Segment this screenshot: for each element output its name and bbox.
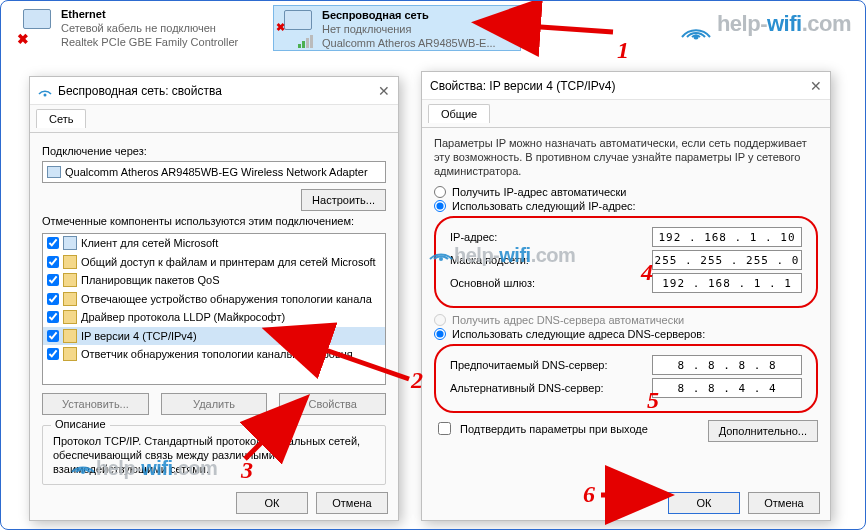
service-icon xyxy=(63,273,77,287)
close-icon[interactable]: ✕ xyxy=(810,79,822,93)
tile-name: Беспроводная сеть xyxy=(322,8,496,22)
gateway-label: Основной шлюз: xyxy=(450,277,652,289)
description-text: Протокол TCP/IP. Стандартный протокол гл… xyxy=(53,434,375,476)
protocol-icon xyxy=(63,347,77,361)
comp-label: Общий доступ к файлам и принтерам для се… xyxy=(81,256,376,268)
ok-button[interactable]: ОК xyxy=(668,492,740,514)
comp-label: Драйвер протокола LLDP (Майкрософт) xyxy=(81,311,285,323)
wifi-small-icon xyxy=(38,84,52,98)
dns2-label: Альтернативный DNS-сервер: xyxy=(450,382,652,394)
network-tile-ethernet[interactable]: ✖ Ethernet Сетевой кабель не подключен R… xyxy=(13,5,261,51)
site-logo: help-wifi.com xyxy=(679,11,851,41)
step-1: 1 xyxy=(617,37,629,64)
radio-manual-ip[interactable]: Использовать следующий IP-адрес: xyxy=(434,200,818,212)
cancel-button[interactable]: Отмена xyxy=(748,492,820,514)
properties-button[interactable]: Свойства xyxy=(279,393,386,415)
step-2: 2 xyxy=(411,367,423,394)
comp-label: Отвечающее устройство обнаружения тополо… xyxy=(81,293,372,305)
comp-check[interactable] xyxy=(47,274,59,286)
ok-button[interactable]: ОК xyxy=(236,492,308,514)
gateway-input[interactable]: 192 . 168 . 1 . 1 xyxy=(652,273,802,293)
connect-via-label: Подключение через: xyxy=(42,145,386,157)
adapter-name: Qualcomm Atheros AR9485WB-EG Wireless Ne… xyxy=(65,166,368,178)
step-4: 4 xyxy=(641,259,653,286)
ip-label: IP-адрес: xyxy=(450,231,652,243)
comp-check[interactable] xyxy=(47,330,59,342)
dns1-label: Предпочитаемый DNS-сервер: xyxy=(450,359,652,371)
configure-button[interactable]: Настроить... xyxy=(301,189,386,211)
service-icon xyxy=(63,255,77,269)
dns1-input[interactable]: 8 . 8 . 8 . 8 xyxy=(652,355,802,375)
cancel-button[interactable]: Отмена xyxy=(316,492,388,514)
comp-label: Планировщик пакетов QoS xyxy=(81,274,220,286)
comp-check[interactable] xyxy=(47,293,59,305)
comp-check[interactable] xyxy=(47,348,59,360)
mask-input[interactable]: 255 . 255 . 255 . 0 xyxy=(652,250,802,270)
svg-point-1 xyxy=(44,93,47,96)
comp-check[interactable] xyxy=(47,237,59,249)
protocol-icon xyxy=(63,310,77,324)
adapter-mini-icon xyxy=(47,166,61,178)
network-tile-wifi[interactable]: ✖ Беспроводная сеть Нет подключения Qual… xyxy=(273,5,521,51)
tile-name: Ethernet xyxy=(61,7,238,21)
remove-button[interactable]: Удалить xyxy=(161,393,268,415)
tile-sub2: Qualcomm Atheros AR9485WB-E... xyxy=(322,36,496,50)
step-3: 3 xyxy=(241,457,253,484)
ipv4-properties-window: Свойства: IP версии 4 (TCP/IPv4) ✕ Общие… xyxy=(421,71,831,521)
info-paragraph: Параметры IP можно назначать автоматичес… xyxy=(434,136,818,178)
components-label: Отмеченные компоненты используются этим … xyxy=(42,215,386,227)
radio-auto-ip[interactable]: Получить IP-адрес автоматически xyxy=(434,186,818,198)
tile-sub1: Нет подключения xyxy=(322,22,496,36)
tab-general[interactable]: Общие xyxy=(428,104,490,123)
comp-label: IP версии 4 (TCP/IPv4) xyxy=(81,330,197,342)
protocol-icon xyxy=(63,292,77,306)
tab-network[interactable]: Сеть xyxy=(36,109,86,128)
adapter-name-box: Qualcomm Atheros AR9485WB-EG Wireless Ne… xyxy=(42,161,386,183)
dns2-input[interactable]: 8 . 8 . 4 . 4 xyxy=(652,378,802,398)
wifi-icon: ✖ xyxy=(278,8,318,48)
comp-label: Клиент для сетей Microsoft xyxy=(81,237,218,249)
comp-check[interactable] xyxy=(47,311,59,323)
tile-sub1: Сетевой кабель не подключен xyxy=(61,21,238,35)
mask-label: Маска подсети: xyxy=(450,254,652,266)
svg-point-0 xyxy=(693,35,698,40)
advanced-button[interactable]: Дополнительно... xyxy=(708,420,818,442)
radio-manual-dns[interactable]: Использовать следующие адреса DNS-сервер… xyxy=(434,328,818,340)
close-icon[interactable]: ✕ xyxy=(378,84,390,98)
validate-label: Подтвердить параметры при выходе xyxy=(460,423,648,435)
description-title: Описание xyxy=(51,418,110,430)
dns-group: Предпочитаемый DNS-сервер:8 . 8 . 8 . 8 … xyxy=(434,344,818,413)
comp-label: Ответчик обнаружения топологии канальног… xyxy=(81,348,353,360)
window-title: Свойства: IP версии 4 (TCP/IPv4) xyxy=(430,79,616,93)
ip-input[interactable]: 192 . 168 . 1 . 10 xyxy=(652,227,802,247)
client-icon xyxy=(63,236,77,250)
ip-group: IP-адрес:192 . 168 . 1 . 10 Маска подсет… xyxy=(434,216,818,308)
validate-checkbox[interactable] xyxy=(438,422,451,435)
install-button[interactable]: Установить... xyxy=(42,393,149,415)
window-title: Беспроводная сеть: свойства xyxy=(58,84,222,98)
step-5: 5 xyxy=(647,387,659,414)
components-list[interactable]: Клиент для сетей Microsoft Общий доступ … xyxy=(42,233,386,385)
comp-check[interactable] xyxy=(47,256,59,268)
tile-sub2: Realtek PCIe GBE Family Controller xyxy=(61,35,238,49)
adapter-properties-window: Беспроводная сеть: свойства ✕ Сеть Подкл… xyxy=(29,76,399,521)
protocol-icon xyxy=(63,329,77,343)
radio-auto-dns: Получить адрес DNS-сервера автоматически xyxy=(434,314,818,326)
step-6: 6 xyxy=(583,481,595,508)
ethernet-icon: ✖ xyxy=(17,7,57,47)
